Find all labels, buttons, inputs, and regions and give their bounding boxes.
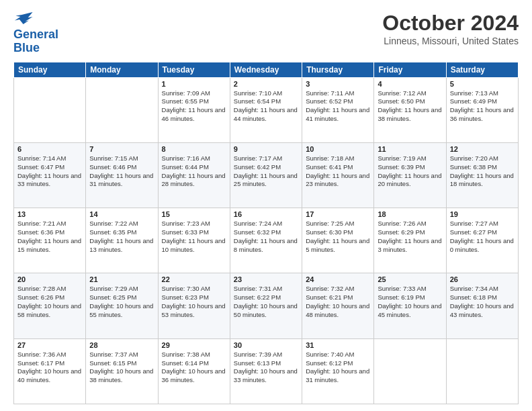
day-number: 6	[17, 145, 82, 153]
day-number: 2	[234, 80, 298, 88]
day-info: Sunrise: 7:18 AM Sunset: 6:41 PM Dayligh…	[306, 154, 370, 189]
day-info: Sunrise: 7:15 AM Sunset: 6:46 PM Dayligh…	[89, 154, 154, 189]
day-info: Sunrise: 7:12 AM Sunset: 6:50 PM Dayligh…	[378, 89, 442, 124]
day-number: 7	[89, 145, 154, 153]
svg-marker-0	[15, 12, 33, 24]
day-info: Sunrise: 7:36 AM Sunset: 6:17 PM Dayligh…	[17, 351, 82, 385]
day-number: 28	[89, 341, 154, 349]
day-number: 9	[234, 145, 298, 153]
day-number: 20	[17, 275, 82, 283]
day-info: Sunrise: 7:20 AM Sunset: 6:38 PM Dayligh…	[450, 154, 515, 189]
day-info: Sunrise: 7:37 AM Sunset: 6:15 PM Dayligh…	[89, 351, 154, 385]
col-tuesday: Tuesday	[158, 62, 230, 77]
day-info: Sunrise: 7:21 AM Sunset: 6:36 PM Dayligh…	[17, 220, 82, 254]
week-row-2: 6Sunrise: 7:14 AM Sunset: 6:47 PM Daylig…	[14, 142, 519, 208]
day-cell-0-5: 4Sunrise: 7:12 AM Sunset: 6:50 PM Daylig…	[374, 77, 446, 142]
day-number: 27	[17, 341, 82, 349]
day-info: Sunrise: 7:30 AM Sunset: 6:23 PM Dayligh…	[162, 285, 226, 319]
day-cell-1-2: 8Sunrise: 7:16 AM Sunset: 6:44 PM Daylig…	[158, 142, 230, 208]
day-cell-0-3: 2Sunrise: 7:10 AM Sunset: 6:54 PM Daylig…	[230, 77, 302, 142]
day-cell-1-4: 10Sunrise: 7:18 AM Sunset: 6:41 PM Dayli…	[302, 142, 374, 208]
day-cell-2-5: 18Sunrise: 7:26 AM Sunset: 6:29 PM Dayli…	[374, 208, 446, 273]
day-info: Sunrise: 7:40 AM Sunset: 6:12 PM Dayligh…	[306, 351, 370, 385]
main-title: October 2024	[382, 11, 519, 36]
header: General Blue October 2024 Linneus, Misso…	[13, 11, 519, 55]
day-cell-4-6	[446, 338, 518, 404]
day-cell-4-5	[374, 338, 446, 404]
day-number: 14	[89, 210, 154, 218]
day-cell-3-4: 24Sunrise: 7:32 AM Sunset: 6:21 PM Dayli…	[302, 273, 374, 338]
week-row-1: 1Sunrise: 7:09 AM Sunset: 6:55 PM Daylig…	[14, 77, 519, 142]
logo-block: General Blue	[13, 11, 58, 55]
day-cell-1-1: 7Sunrise: 7:15 AM Sunset: 6:46 PM Daylig…	[86, 142, 158, 208]
day-cell-0-1	[86, 77, 158, 142]
day-info: Sunrise: 7:31 AM Sunset: 6:22 PM Dayligh…	[234, 285, 298, 319]
col-monday: Monday	[86, 62, 158, 77]
day-info: Sunrise: 7:38 AM Sunset: 6:14 PM Dayligh…	[162, 351, 226, 385]
day-cell-2-6: 19Sunrise: 7:27 AM Sunset: 6:27 PM Dayli…	[446, 208, 518, 273]
day-info: Sunrise: 7:24 AM Sunset: 6:32 PM Dayligh…	[234, 220, 298, 254]
day-cell-1-6: 12Sunrise: 7:20 AM Sunset: 6:38 PM Dayli…	[446, 142, 518, 208]
day-info: Sunrise: 7:11 AM Sunset: 6:52 PM Dayligh…	[306, 89, 370, 124]
day-cell-3-2: 22Sunrise: 7:30 AM Sunset: 6:23 PM Dayli…	[158, 273, 230, 338]
day-info: Sunrise: 7:25 AM Sunset: 6:30 PM Dayligh…	[306, 220, 370, 254]
day-number: 10	[306, 145, 370, 153]
title-block: October 2024 Linneus, Missouri, United S…	[382, 11, 519, 46]
day-number: 29	[162, 341, 226, 349]
day-number: 1	[162, 80, 226, 88]
col-friday: Friday	[374, 62, 446, 77]
week-row-4: 20Sunrise: 7:28 AM Sunset: 6:26 PM Dayli…	[14, 273, 519, 338]
day-number: 12	[450, 145, 515, 153]
col-wednesday: Wednesday	[230, 62, 302, 77]
day-cell-4-3: 30Sunrise: 7:39 AM Sunset: 6:13 PM Dayli…	[230, 338, 302, 404]
day-info: Sunrise: 7:29 AM Sunset: 6:25 PM Dayligh…	[89, 285, 154, 319]
day-cell-0-2: 1Sunrise: 7:09 AM Sunset: 6:55 PM Daylig…	[158, 77, 230, 142]
day-number: 17	[306, 210, 370, 218]
day-cell-1-3: 9Sunrise: 7:17 AM Sunset: 6:42 PM Daylig…	[230, 142, 302, 208]
day-info: Sunrise: 7:17 AM Sunset: 6:42 PM Dayligh…	[234, 154, 298, 189]
day-info: Sunrise: 7:34 AM Sunset: 6:18 PM Dayligh…	[450, 285, 515, 319]
day-number: 4	[378, 80, 442, 88]
day-info: Sunrise: 7:39 AM Sunset: 6:13 PM Dayligh…	[234, 351, 298, 385]
day-cell-3-6: 26Sunrise: 7:34 AM Sunset: 6:18 PM Dayli…	[446, 273, 518, 338]
day-number: 15	[162, 210, 226, 218]
day-number: 13	[17, 210, 82, 218]
day-cell-4-0: 27Sunrise: 7:36 AM Sunset: 6:17 PM Dayli…	[14, 338, 86, 404]
calendar-body: 1Sunrise: 7:09 AM Sunset: 6:55 PM Daylig…	[14, 77, 519, 404]
day-number: 11	[378, 145, 442, 153]
page: General Blue October 2024 Linneus, Misso…	[0, 0, 532, 411]
day-info: Sunrise: 7:33 AM Sunset: 6:19 PM Dayligh…	[378, 285, 442, 319]
day-cell-1-5: 11Sunrise: 7:19 AM Sunset: 6:39 PM Dayli…	[374, 142, 446, 208]
week-row-3: 13Sunrise: 7:21 AM Sunset: 6:36 PM Dayli…	[14, 208, 519, 273]
day-info: Sunrise: 7:16 AM Sunset: 6:44 PM Dayligh…	[162, 154, 226, 189]
day-cell-3-0: 20Sunrise: 7:28 AM Sunset: 6:26 PM Dayli…	[14, 273, 86, 338]
day-number: 24	[306, 275, 370, 283]
day-cell-2-1: 14Sunrise: 7:22 AM Sunset: 6:35 PM Dayli…	[86, 208, 158, 273]
day-number: 31	[306, 341, 370, 349]
logo: General Blue	[13, 11, 58, 55]
day-cell-2-3: 16Sunrise: 7:24 AM Sunset: 6:32 PM Dayli…	[230, 208, 302, 273]
subtitle: Linneus, Missouri, United States	[382, 36, 519, 46]
day-info: Sunrise: 7:09 AM Sunset: 6:55 PM Dayligh…	[162, 89, 226, 124]
week-row-5: 27Sunrise: 7:36 AM Sunset: 6:17 PM Dayli…	[14, 338, 519, 404]
day-info: Sunrise: 7:32 AM Sunset: 6:21 PM Dayligh…	[306, 285, 370, 319]
day-number: 18	[378, 210, 442, 218]
day-number: 25	[378, 275, 442, 283]
day-cell-4-1: 28Sunrise: 7:37 AM Sunset: 6:15 PM Dayli…	[86, 338, 158, 404]
day-number: 8	[162, 145, 226, 153]
day-cell-2-4: 17Sunrise: 7:25 AM Sunset: 6:30 PM Dayli…	[302, 208, 374, 273]
logo-text: General Blue	[13, 28, 58, 55]
day-cell-4-4: 31Sunrise: 7:40 AM Sunset: 6:12 PM Dayli…	[302, 338, 374, 404]
day-info: Sunrise: 7:14 AM Sunset: 6:47 PM Dayligh…	[17, 154, 82, 189]
day-cell-0-0	[14, 77, 86, 142]
day-number: 21	[89, 275, 154, 283]
col-saturday: Saturday	[446, 62, 518, 77]
day-cell-3-3: 23Sunrise: 7:31 AM Sunset: 6:22 PM Dayli…	[230, 273, 302, 338]
col-sunday: Sunday	[14, 62, 86, 77]
day-info: Sunrise: 7:13 AM Sunset: 6:49 PM Dayligh…	[450, 89, 515, 124]
day-cell-3-1: 21Sunrise: 7:29 AM Sunset: 6:25 PM Dayli…	[86, 273, 158, 338]
day-number: 26	[450, 275, 515, 283]
col-thursday: Thursday	[302, 62, 374, 77]
day-cell-2-2: 15Sunrise: 7:23 AM Sunset: 6:33 PM Dayli…	[158, 208, 230, 273]
day-cell-3-5: 25Sunrise: 7:33 AM Sunset: 6:19 PM Dayli…	[374, 273, 446, 338]
